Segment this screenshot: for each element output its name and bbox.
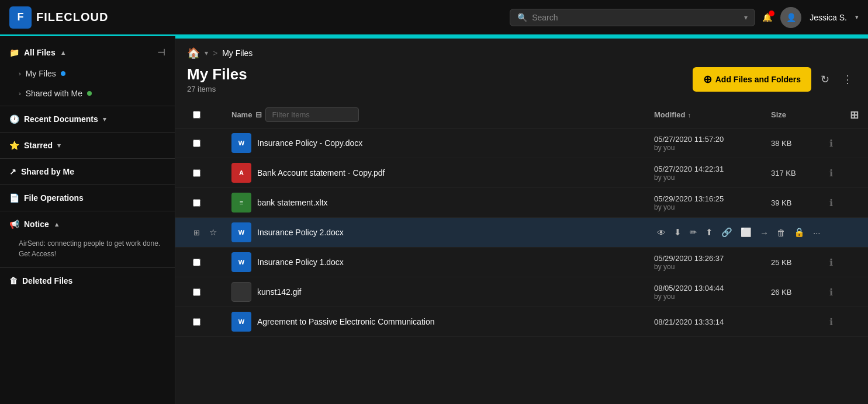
row-checkbox[interactable]: [185, 318, 208, 326]
row-info[interactable]: ℹ: [829, 197, 859, 208]
logo: F FILECLOUD: [9, 6, 108, 29]
sidebar-section-starred[interactable]: ⭐ Starred ▾: [0, 135, 175, 156]
file-name-col: kunst142.gif: [231, 282, 654, 302]
user-name[interactable]: Jessica S.: [810, 13, 847, 22]
breadcrumb-home-icon[interactable]: 🏠: [187, 47, 200, 60]
row-select-checkbox[interactable]: [193, 199, 200, 207]
table-row[interactable]: W Agreement to Passive Electronic Commun…: [175, 307, 868, 337]
file-name-col: W Insurance Policy 2.docx: [231, 222, 654, 242]
row-checkbox[interactable]: [185, 259, 208, 266]
more-options-button[interactable]: ⋮: [839, 69, 856, 89]
table-row[interactable]: A Bank Account statement - Copy.pdf 05/2…: [175, 158, 868, 188]
info-button[interactable]: ℹ: [829, 197, 833, 208]
filter-input[interactable]: [265, 107, 359, 122]
file-name: Agreement to Passive Electronic Communic…: [257, 317, 434, 326]
sidebar-divider-2: [0, 132, 175, 133]
row-select-checkbox[interactable]: [193, 140, 200, 147]
share-button[interactable]: ⬆: [703, 225, 716, 240]
star-icon: ⭐: [9, 141, 19, 150]
copy-button[interactable]: ⬜: [738, 225, 755, 240]
row-star[interactable]: ☆: [208, 226, 231, 239]
table-row[interactable]: W Insurance Policy 1.docx 05/29/2020 13:…: [175, 248, 868, 277]
row-select-checkbox[interactable]: [193, 318, 200, 326]
row-actions: 👁 ⬇ ✏ ⬆ 🔗 ⬜ → 🗑 🔒 ···: [654, 225, 771, 240]
row-grid-icon[interactable]: ⊞: [192, 227, 201, 238]
table-row[interactable]: kunst142.gif 08/05/2020 13:04:44 by you …: [175, 277, 868, 307]
sidebar-section-shared-by-me[interactable]: ↗ Shared by Me: [0, 161, 175, 182]
file-modified-date: 05/29/2020 13:16:25: [654, 194, 771, 203]
move-button[interactable]: →: [757, 225, 772, 240]
row-select-checkbox[interactable]: [193, 288, 200, 296]
view-button[interactable]: 👁: [654, 225, 669, 240]
clock-icon: 🕐: [9, 114, 19, 124]
sidebar-section-notice[interactable]: 📢 Notice ▲: [0, 214, 175, 235]
table-row[interactable]: ≡ bank statement.xltx 05/29/2020 13:16:2…: [175, 188, 868, 218]
file-icon: [231, 282, 251, 302]
row-info[interactable]: ℹ: [829, 257, 859, 268]
recent-documents-label: Recent Documents: [24, 114, 98, 124]
row-checkbox[interactable]: [185, 169, 208, 177]
file-size: 25 KB: [771, 258, 829, 267]
sidebar-section-recent[interactable]: 🕐 Recent Documents ▾: [0, 109, 175, 130]
sidebar-section-deleted[interactable]: 🗑 Deleted Files: [0, 270, 175, 291]
row-checkbox[interactable]: [185, 140, 208, 147]
row-select-checkbox[interactable]: [193, 169, 200, 177]
lock-button[interactable]: 🔒: [791, 225, 808, 240]
header-checkbox[interactable]: [185, 111, 208, 119]
file-name: Bank Account statement - Copy.pdf: [257, 168, 385, 177]
file-modified-by: by you: [654, 292, 771, 301]
folder-icon: 📁: [9, 48, 19, 57]
file-modified-by: by you: [654, 203, 771, 211]
recent-chevron-icon: ▾: [103, 116, 106, 123]
row-checkbox[interactable]: [185, 199, 208, 207]
link-button[interactable]: 🔗: [718, 225, 735, 240]
row-select-checkbox[interactable]: [193, 259, 200, 266]
info-button[interactable]: ℹ: [829, 168, 833, 179]
table-row[interactable]: W Insurance Policy - Copy.docx 05/27/202…: [175, 128, 868, 158]
breadcrumb-separator: >: [213, 48, 217, 58]
row-info[interactable]: ℹ: [829, 138, 859, 149]
edit-button[interactable]: ✏: [687, 225, 700, 240]
info-button[interactable]: ℹ: [829, 287, 833, 298]
file-size: 39 KB: [771, 198, 829, 207]
header-col-modified[interactable]: Modified ↑: [654, 110, 771, 119]
add-files-button[interactable]: ⊕ Add Files and Folders: [693, 67, 811, 92]
file-modified: 05/29/2020 13:26:37 by you: [654, 254, 771, 271]
sidebar-section-file-ops[interactable]: 📄 File Operations: [0, 187, 175, 208]
search-bar[interactable]: 🔍 ▾: [510, 9, 755, 26]
view-toggle-button[interactable]: ⊞: [850, 109, 859, 121]
download-button[interactable]: ⬇: [671, 225, 684, 240]
row-info[interactable]: ℹ: [829, 168, 859, 179]
delete-button[interactable]: 🗑: [774, 225, 789, 240]
sidebar-item-shared-with-me[interactable]: › Shared with Me: [0, 83, 175, 103]
info-button[interactable]: ℹ: [829, 316, 833, 328]
search-input[interactable]: [532, 13, 739, 22]
refresh-button[interactable]: ↻: [817, 69, 833, 89]
sidebar-item-my-files[interactable]: › My Files: [0, 64, 175, 83]
avatar: 👤: [780, 7, 801, 28]
breadcrumb-dropdown-icon[interactable]: ▾: [205, 49, 208, 57]
deleted-files-label: Deleted Files: [22, 276, 72, 285]
more-button[interactable]: ···: [810, 225, 824, 240]
file-name: bank statement.xltx: [257, 198, 328, 207]
shared-with-me-dot: [87, 91, 92, 96]
row-checkbox[interactable]: [185, 288, 208, 296]
file-icon: A: [231, 163, 251, 183]
sidebar-section-all-files[interactable]: 📁 All Files ▲ ⊣: [0, 41, 175, 64]
collapse-button[interactable]: ⊣: [157, 47, 165, 58]
row-checkbox[interactable]: ⊞: [185, 227, 208, 238]
file-modified: 08/21/2020 13:33:14: [654, 318, 771, 326]
row-info[interactable]: ℹ: [829, 316, 859, 328]
starred-label: Starred: [24, 141, 53, 150]
file-name-col: A Bank Account statement - Copy.pdf: [231, 163, 654, 183]
row-info[interactable]: ℹ: [829, 287, 859, 298]
info-button[interactable]: ℹ: [829, 138, 833, 149]
table-row[interactable]: ⊞ ☆ W Insurance Policy 2.docx 👁 ⬇ ✏ ⬆ 🔗 …: [175, 218, 868, 248]
notification-button[interactable]: 🔔: [762, 13, 772, 22]
star-button[interactable]: ☆: [208, 226, 218, 239]
shared-with-me-label: Shared with Me: [26, 89, 82, 98]
select-all-checkbox[interactable]: [193, 111, 200, 119]
file-table: Name ⊟ Modified ↑ Size ⊞ W Insurance Pol…: [175, 102, 868, 404]
info-button[interactable]: ℹ: [829, 257, 833, 268]
file-size: 26 KB: [771, 288, 829, 297]
